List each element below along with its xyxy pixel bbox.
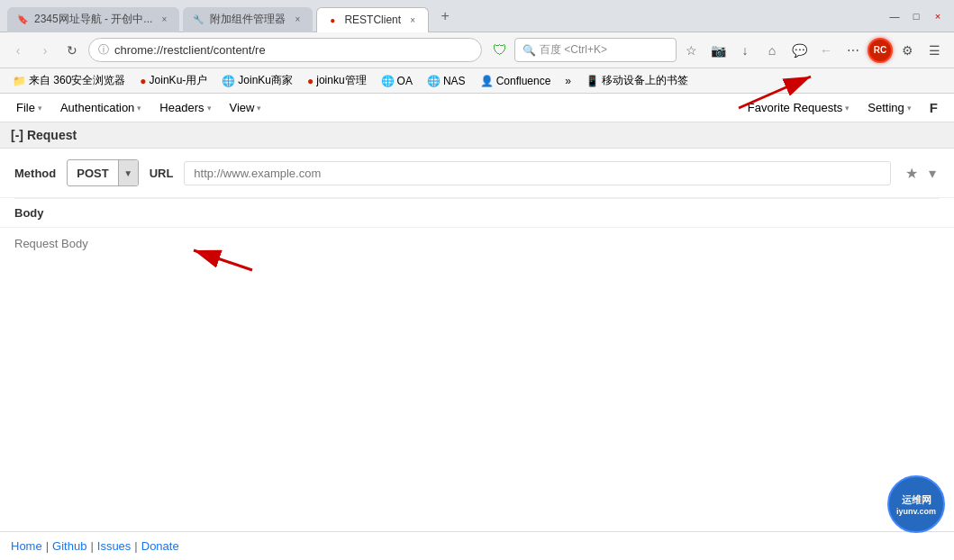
request-section-title: [-] Request [11, 128, 77, 142]
toolbar-icons: 🛡 🔍 百度 <Ctrl+K> ☆ 📷 ↓ ⌂ 💬 ← ⋯ RC ⚙ ☰ [487, 38, 947, 63]
bookmark-joinku-admin[interactable]: ● joinku管理 [302, 71, 372, 90]
request-section-header[interactable]: [-] Request [0, 122, 954, 149]
bookmarks-more-label: » [565, 75, 571, 87]
tab-addon-close[interactable]: × [291, 14, 304, 26]
bookmark-360-icon: 📁 [13, 75, 26, 87]
bookmark-joinku-merchant-label: JoinKu商家 [238, 73, 293, 88]
home-icon[interactable]: ⌂ [759, 38, 785, 63]
shield-icon[interactable]: 🛡 [487, 38, 513, 63]
bookmark-mobile-label: 移动设备上的书签 [602, 73, 688, 88]
search-icon: 🔍 [522, 44, 536, 57]
menu-file[interactable]: File ▾ [7, 97, 51, 118]
footer-sep-3: | [131, 539, 141, 553]
menu-favorite-arrow: ▾ [845, 104, 850, 113]
new-tab-button[interactable]: + [434, 5, 456, 27]
bookmarks-bar: 📁 来自 360安全浏览器 ● JoinKu-用户 🌐 JoinKu商家 ● j… [0, 68, 954, 94]
method-value: POST [68, 163, 117, 184]
menu-view-label: View [230, 101, 255, 114]
bookmark-joinku-user-icon: ● [140, 75, 146, 87]
watermark-line1: 运维网 [902, 493, 931, 507]
menu-headers[interactable]: Headers ▾ [150, 97, 220, 118]
bookmark-oa[interactable]: 🌐 OA [376, 73, 418, 89]
menu-icon[interactable]: ☰ [922, 38, 947, 63]
menu-favorite-label: Favorite Requests [748, 101, 843, 114]
security-info-icon: ⓘ [98, 42, 109, 58]
url-dropdown-button[interactable]: ▾ [925, 163, 940, 184]
method-dropdown-button[interactable]: ▼ [118, 160, 138, 185]
footer-issues-link[interactable]: Issues [97, 539, 132, 553]
back-arrow-icon[interactable]: ← [813, 38, 839, 63]
bookmarks-more[interactable]: » [559, 73, 577, 89]
search-box[interactable]: 🔍 百度 <Ctrl+K> [514, 38, 677, 62]
menu-authentication[interactable]: Authentication ▾ [51, 97, 150, 118]
menu-file-arrow: ▾ [38, 104, 42, 113]
customize-icon[interactable]: ⚙ [895, 38, 920, 63]
more-icon[interactable]: ⋯ [840, 38, 866, 63]
screenshot-icon[interactable]: 📷 [705, 38, 731, 63]
bookmark-joinku-merchant-icon: 🌐 [222, 75, 235, 87]
menu-authentication-label: Authentication [60, 101, 134, 114]
bookmark-nas-icon: 🌐 [427, 75, 441, 87]
favorite-url-button[interactable]: ★ [902, 163, 922, 184]
request-row: Method POST ▼ URL ★ ▾ [0, 149, 954, 198]
footer-github-link[interactable]: Github [52, 539, 86, 553]
restclient-app-icon[interactable]: RC [868, 38, 893, 63]
body-textarea[interactable] [0, 228, 954, 318]
method-select[interactable]: POST ▼ [67, 159, 138, 186]
menu-file-label: File [16, 101, 35, 114]
bookmark-mobile[interactable]: 📱 移动设备上的书签 [580, 71, 694, 90]
bookmark-nas[interactable]: 🌐 NAS [422, 73, 471, 89]
menu-authentication-arrow: ▾ [137, 104, 141, 113]
menu-headers-label: Headers [159, 101, 204, 114]
tab-restclient-favicon: ● [326, 14, 339, 26]
url-input[interactable] [184, 161, 891, 185]
tab-2345-close[interactable]: × [158, 14, 170, 26]
tab-2345-favicon: 🔖 [16, 14, 29, 26]
tab-restclient-close[interactable]: × [406, 14, 419, 26]
forward-button[interactable]: › [34, 40, 56, 61]
tab-2345[interactable]: 🔖 2345网址导航 - 开创中... × [7, 7, 179, 32]
address-bar: ‹ › ↻ ⓘ chrome://restclient/content/re 🛡… [0, 32, 954, 68]
footer-donate-link[interactable]: Donate [141, 539, 179, 553]
url-label: URL [150, 167, 174, 180]
menu-setting-arrow: ▾ [907, 104, 912, 113]
url-text: chrome://restclient/content/re [114, 43, 266, 57]
body-header: Body [0, 199, 954, 228]
bookmark-joinku-merchant[interactable]: 🌐 JoinKu商家 [216, 71, 298, 90]
bookmark-confluence[interactable]: 👤 Confluence [475, 73, 557, 89]
app-content: File ▾ Authentication ▾ Headers ▾ View ▾… [0, 94, 954, 531]
minimize-button[interactable]: — [886, 7, 904, 25]
bookmark-star-icon[interactable]: ☆ [678, 38, 704, 63]
back-button[interactable]: ‹ [7, 40, 29, 61]
tab-addon[interactable]: 🔧 附加组件管理器 × [183, 7, 313, 32]
footer-home-link[interactable]: Home [11, 539, 42, 553]
menu-headers-arrow: ▾ [207, 104, 212, 113]
refresh-button[interactable]: ↻ [61, 40, 83, 61]
menu-setting[interactable]: Setting ▾ [859, 97, 920, 118]
close-window-button[interactable]: × [929, 7, 947, 25]
menu-bar: File ▾ Authentication ▾ Headers ▾ View ▾… [0, 94, 954, 122]
menu-right: Favorite Requests ▾ Setting ▾ F [739, 96, 947, 119]
watermark-line2: iyunv.com [896, 507, 936, 516]
bookmark-joinku-user[interactable]: ● JoinKu-用户 [134, 71, 213, 90]
url-field[interactable]: ⓘ chrome://restclient/content/re [88, 38, 482, 62]
speech-icon[interactable]: 💬 [786, 38, 812, 63]
tab-2345-label: 2345网址导航 - 开创中... [34, 12, 152, 27]
bookmark-joinku-admin-label: joinku管理 [316, 73, 366, 88]
tab-addon-favicon: 🔧 [192, 14, 204, 26]
bookmark-360[interactable]: 📁 来自 360安全浏览器 [7, 71, 131, 90]
menu-special[interactable]: F [921, 96, 947, 119]
download-icon[interactable]: ↓ [732, 38, 758, 63]
bookmark-joinku-user-label: JoinKu-用户 [150, 73, 208, 88]
bookmark-mobile-icon: 📱 [586, 75, 599, 87]
tab-restclient[interactable]: ● RESTClient × [316, 7, 429, 32]
maximize-button[interactable]: □ [907, 7, 925, 25]
watermark: 运维网 iyunv.com [887, 475, 945, 533]
menu-favorite-requests[interactable]: Favorite Requests ▾ [739, 97, 859, 118]
method-label: Method [14, 167, 56, 180]
menu-view[interactable]: View ▾ [221, 97, 271, 118]
body-section: Body [0, 199, 954, 321]
footer-sep-1: | [42, 539, 52, 553]
bookmark-confluence-label: Confluence [496, 75, 551, 87]
tab-restclient-label: RESTClient [344, 14, 401, 26]
